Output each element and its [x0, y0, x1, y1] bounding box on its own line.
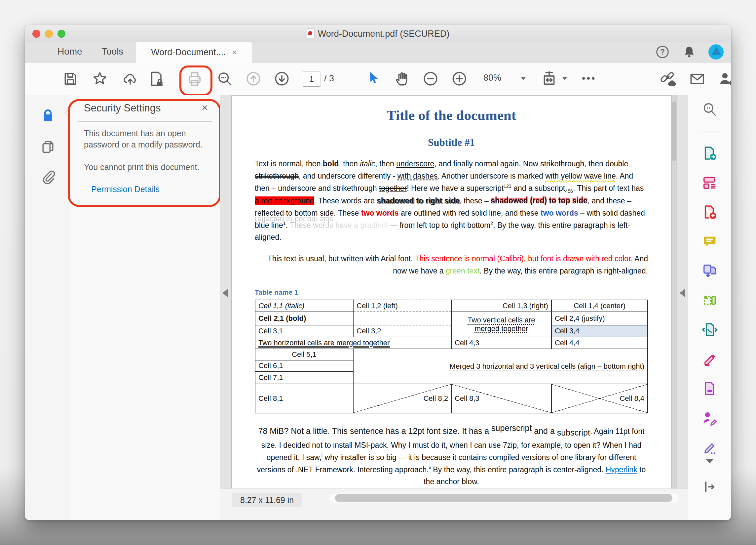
table-cell: Cell 3,4	[551, 325, 648, 337]
hand-tool-icon[interactable]	[394, 70, 411, 87]
previous-page-icon[interactable]	[245, 70, 262, 87]
zoom-level-select[interactable]: 80%	[479, 73, 526, 87]
tab-close-icon[interactable]: ×	[232, 48, 237, 57]
horizontal-scrollbar[interactable]	[329, 493, 678, 503]
export-pdf-icon[interactable]	[702, 145, 718, 161]
security-panel: Security Settings × This document has an…	[70, 95, 220, 520]
fill-and-sign-icon[interactable]	[702, 351, 718, 367]
text-run: These words have a gradient	[290, 221, 388, 229]
table-cell: Cell 1,3 (right)	[451, 300, 551, 312]
star-icon[interactable]	[91, 70, 108, 87]
fit-width-caret-icon[interactable]	[562, 77, 567, 80]
zoom-out-icon[interactable]	[422, 70, 439, 87]
security-lock-icon[interactable]	[40, 107, 56, 124]
comment-icon[interactable]	[702, 233, 718, 249]
table-cell: Cell 8,4	[551, 384, 648, 413]
table-caption: Table name 1	[255, 289, 648, 296]
redact-icon[interactable]	[702, 381, 718, 397]
tab-document[interactable]: Word-Document.... ×	[136, 42, 252, 63]
svg-text:?: ?	[660, 48, 665, 56]
share-link-icon[interactable]	[659, 70, 676, 87]
pdf-page: Title of the document Subtitle #1 Text i…	[232, 96, 671, 489]
page-number-input[interactable]: 1	[303, 71, 321, 87]
toolbar: 1 / 3 80% •••	[25, 63, 731, 95]
vertical-scroll-thumb[interactable]	[672, 101, 676, 161]
text-run: 78 MiB? Not a little. This sentence has …	[258, 426, 491, 435]
text-run: Text is normal, then	[255, 159, 323, 168]
text-run: 456	[565, 188, 573, 193]
text-run: This text is usual, but written with Ari…	[268, 254, 415, 263]
table-cell: Cell 3,1	[255, 325, 353, 337]
expand-pane-icon[interactable]	[702, 479, 718, 495]
more-tools-chevron-icon[interactable]	[705, 459, 714, 463]
text-run: , then	[584, 159, 605, 168]
more-tools-icon[interactable]: •••	[582, 73, 596, 84]
toolbar-divider	[352, 68, 352, 89]
page-thumbnails-icon[interactable]	[40, 138, 56, 155]
panel-text-print: You cannot print this document.	[84, 162, 210, 173]
search-icon[interactable]	[216, 70, 233, 87]
tab-tools[interactable]: Tools	[102, 46, 123, 57]
left-pane-splitter[interactable]	[220, 95, 232, 489]
avatar[interactable]	[708, 44, 724, 59]
create-pdf-icon[interactable]	[702, 204, 718, 220]
zoom-search-icon[interactable]	[702, 101, 718, 117]
text-run: strikethrough	[540, 159, 584, 168]
invite-icon[interactable]	[718, 70, 731, 87]
table-cell: Cell 3,2	[353, 325, 451, 337]
table-cell: Merged 3 horizontal and 3 vertical cells…	[353, 349, 648, 384]
zoom-in-icon[interactable]	[451, 70, 468, 87]
help-icon[interactable]: ?	[655, 44, 670, 59]
organize-pages-icon[interactable]	[702, 175, 718, 190]
collapse-right-icon[interactable]	[680, 289, 685, 297]
text-run: , these –	[460, 196, 491, 205]
text-run: . Another underscore is marked	[437, 172, 545, 180]
text-run: This sentence is normal (Calibri), but f…	[415, 254, 633, 263]
text-run: subscript	[557, 428, 590, 437]
left-sidebar	[25, 95, 70, 520]
text-run: . These	[334, 209, 361, 217]
text-run: By the way, this entire paragraph is cen…	[431, 465, 606, 474]
notifications-icon[interactable]	[682, 45, 697, 59]
tab-bar: Home Tools Word-Document.... × ?	[25, 42, 731, 63]
status-bar: 8.27 x 11.69 in	[220, 488, 688, 520]
print-icon[interactable]	[186, 70, 203, 87]
sign-certificates-icon[interactable]	[702, 440, 718, 455]
text-run: 1	[283, 220, 286, 226]
permission-details-link[interactable]: Permission Details	[91, 184, 160, 195]
select-tool-icon[interactable]	[365, 70, 382, 87]
share-cloud-icon[interactable]	[122, 70, 139, 87]
save-icon[interactable]	[61, 70, 79, 87]
text-run: , then	[375, 159, 396, 168]
table-cell: Cell 8,1	[255, 384, 353, 413]
text-run: , and underscore differently -	[299, 172, 397, 180]
text-run: — from left top to right bottom	[388, 221, 491, 229]
text-run: bold	[323, 159, 339, 168]
fit-width-icon[interactable]	[541, 70, 558, 87]
export-lock-icon[interactable]	[148, 70, 165, 87]
attachments-icon[interactable]	[40, 168, 56, 185]
text-run: and a subscript	[511, 184, 565, 192]
text-run: .	[286, 221, 290, 229]
table-cell: Cell 1,1 (italic)	[255, 300, 353, 312]
tab-home[interactable]: Home	[57, 46, 82, 57]
request-signatures-icon[interactable]	[702, 410, 718, 426]
next-page-icon[interactable]	[273, 70, 290, 87]
horizontal-scroll-thumb[interactable]	[335, 494, 672, 502]
text-run: with dashes	[397, 172, 437, 180]
right-pane-splitter[interactable]	[676, 95, 689, 489]
edit-pdf-icon[interactable]	[702, 292, 718, 308]
text-run: two words	[541, 209, 578, 217]
text-run[interactable]: Hyperlink	[606, 465, 637, 474]
panel-close-icon[interactable]: ×	[202, 102, 208, 113]
compress-pdf-icon[interactable]	[702, 322, 718, 338]
text-run: ! Here we have a superscript	[407, 184, 504, 192]
text-run: . This part of text has	[573, 184, 644, 192]
email-icon[interactable]	[689, 70, 706, 87]
right-tools-sidebar	[688, 95, 731, 520]
combine-files-icon[interactable]	[702, 263, 718, 279]
text-run: italic	[360, 159, 375, 168]
zoom-caret-icon[interactable]	[521, 77, 526, 80]
collapse-left-icon[interactable]	[222, 289, 228, 297]
vertical-scrollbar[interactable]	[672, 95, 676, 489]
